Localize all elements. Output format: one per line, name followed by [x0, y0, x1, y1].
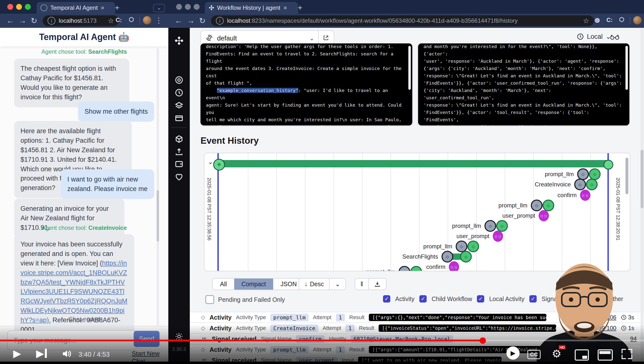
timeline-item[interactable]: user_prompt ((·)): [502, 211, 549, 220]
workflow-start-marker[interactable]: ✣: [213, 159, 225, 170]
timeline-item[interactable]: prompt_llm ◇◇: [545, 169, 600, 179]
task-queues-icon[interactable]: [168, 101, 190, 110]
captions-icon[interactable]: CC: [528, 350, 540, 359]
extensions-puzzle-icon[interactable]: ⬡: [129, 16, 134, 23]
site-info-icon[interactable]: i: [48, 17, 55, 25]
timeline-item[interactable]: prompt_llm ◇◇: [498, 200, 554, 210]
workflows-icon[interactable]: [168, 76, 190, 84]
tab-search-chevron-icon[interactable]: ⌄: [153, 4, 165, 12]
checkbox-local-activity[interactable]: ✓: [477, 295, 484, 302]
timeline-item[interactable]: CreateInvoice ◇◇: [535, 180, 598, 189]
tab-temporal-ai-agent[interactable]: Temporal AI Agent ×: [36, 2, 115, 14]
browser-menu-icon[interactable]: ⋮: [155, 16, 162, 25]
sort-chevron-icon[interactable]: ⌄: [330, 278, 346, 290]
back-icon[interactable]: ←: [6, 16, 14, 25]
theater-mode-icon[interactable]: [598, 349, 613, 360]
schedules-icon[interactable]: [168, 88, 190, 97]
left-window-tabstrip: Temporal AI Agent × + ⌄: [0, 0, 168, 14]
bookmark-star-icon[interactable]: ☆: [108, 17, 114, 25]
close-tab-icon[interactable]: ×: [284, 4, 287, 12]
timeline-item[interactable]: prompt_llm ◇◇: [423, 242, 479, 251]
theme-toggle-sun-icon[interactable]: [168, 332, 190, 340]
miniplayer-icon[interactable]: [575, 349, 589, 360]
code-scrollbar-thumb[interactable]: [408, 46, 411, 90]
address-bar[interactable]: i localhost:8233/namespaces/default/work…: [211, 15, 594, 26]
temporal-logo-icon[interactable]: ✣: [168, 35, 190, 47]
video-playhead[interactable]: [480, 338, 486, 344]
timeline-item[interactable]: SearchFlights ◇ ◇: [402, 252, 472, 262]
minimize-window-button[interactable]: [185, 4, 191, 10]
code-scrollbar-thumb[interactable]: [626, 46, 628, 90]
minimize-window-button[interactable]: [16, 4, 22, 10]
collapse-chevron-icon[interactable]: ⌄: [208, 158, 213, 166]
letterbox-bar: [0, 362, 644, 364]
extension-c-icon[interactable]: C:: [116, 16, 122, 24]
batch-operations-icon[interactable]: [168, 114, 190, 122]
site-info-icon[interactable]: i: [216, 17, 224, 25]
timeline-item[interactable]: prompt_llm ◇◇: [366, 267, 422, 271]
invoice-link[interactable]: https://invoice.stripe.com/i/acct_1NBOLu…: [20, 260, 127, 324]
forward-icon[interactable]: →: [18, 16, 26, 25]
volume-icon[interactable]: [62, 349, 73, 360]
user-message: Show me other flights: [78, 102, 154, 122]
back-icon[interactable]: ←: [175, 16, 182, 25]
timeline-item[interactable]: confirm ((·)): [426, 262, 459, 271]
labs-glasses-icon[interactable]: [610, 33, 620, 42]
bookmark-star-icon[interactable]: ☆: [583, 17, 589, 25]
pending-failed-filter[interactable]: Pending and Failed Only: [206, 295, 285, 304]
tab-workflow-history[interactable]: ✣ Workflow History | agent-wor ×: [205, 2, 298, 14]
address-bar[interactable]: i localhost:5173 ☆: [43, 15, 119, 26]
new-tab-button[interactable]: +: [115, 3, 120, 12]
chat-scrollbar-thumb[interactable]: [156, 190, 159, 242]
profile-avatar[interactable]: [143, 16, 151, 24]
workflow-execution-bar[interactable]: [218, 160, 608, 167]
view-mode-compact[interactable]: Compact: [234, 278, 273, 290]
settings-gear-icon[interactable]: ⚙HD: [552, 348, 561, 360]
chevron-down-icon: ⌄: [309, 35, 314, 42]
timezone-selector[interactable]: Local ⌄: [577, 33, 611, 40]
close-window-button[interactable]: [7, 4, 13, 10]
view-mode-all[interactable]: All: [213, 278, 234, 290]
checkbox-child-workflow[interactable]: ✓: [419, 295, 427, 302]
signal-broadcast-icon: [201, 335, 207, 342]
page-scrollbar-thumb[interactable]: [640, 150, 644, 208]
timeline-scrollbar-thumb[interactable]: [626, 158, 628, 194]
favorites-heart-icon[interactable]: [168, 173, 190, 182]
checkbox-activity[interactable]: ✓: [383, 295, 390, 302]
profile-avatar[interactable]: [633, 16, 642, 24]
timeline-item[interactable]: user_prompt ((·)): [456, 231, 503, 241]
zoom-window-button[interactable]: [25, 4, 31, 10]
send-button[interactable]: Send: [134, 331, 160, 347]
workflow-end-marker[interactable]: [604, 160, 613, 170]
timeline-item[interactable]: confirm ((·)): [558, 190, 590, 200]
timeline-start-line: [217, 153, 219, 271]
page-title: Temporal AI Agent 🤖: [39, 32, 129, 42]
fullscreen-icon[interactable]: [622, 349, 632, 359]
download-icon[interactable]: [369, 279, 386, 289]
sort-desc-button[interactable]: ↓Desc: [299, 278, 329, 290]
input-payload-panel[interactable]: description': 'Help the user gather args…: [200, 44, 412, 126]
zoom-window-button[interactable]: [194, 4, 200, 10]
extension-c-icon[interactable]: C:: [606, 16, 612, 24]
close-window-button[interactable]: [176, 4, 182, 10]
forward-icon[interactable]: →: [187, 16, 195, 25]
reload-icon[interactable]: ↻: [199, 16, 206, 25]
labs-cube-icon[interactable]: [168, 135, 190, 144]
play-icon[interactable]: ▶: [13, 348, 21, 359]
toolbar-divider: [630, 17, 630, 24]
reload-icon[interactable]: ↻: [31, 16, 37, 25]
timeline-item[interactable]: prompt_llm ◇◇: [452, 221, 508, 231]
pause-icon[interactable]: ‖: [355, 278, 368, 290]
autoplay-icon[interactable]: ▶: [506, 346, 520, 360]
extension-circle-icon[interactable]: ◍: [595, 16, 600, 24]
extensions-puzzle-icon[interactable]: ⬡: [619, 16, 624, 23]
close-tab-icon[interactable]: ×: [101, 4, 104, 12]
new-tab-button[interactable]: +: [298, 3, 302, 12]
result-payload-panel[interactable]: and month you're interested in for the e…: [418, 44, 629, 126]
import-upload-icon[interactable]: [168, 147, 190, 156]
external-link-icon[interactable]: [322, 34, 329, 42]
activity-completed-marker: ◇: [410, 266, 422, 271]
next-icon[interactable]: ▶: [36, 348, 47, 359]
feedback-screen-icon[interactable]: [168, 160, 190, 169]
chat-scrollbar-track[interactable]: [156, 48, 159, 326]
